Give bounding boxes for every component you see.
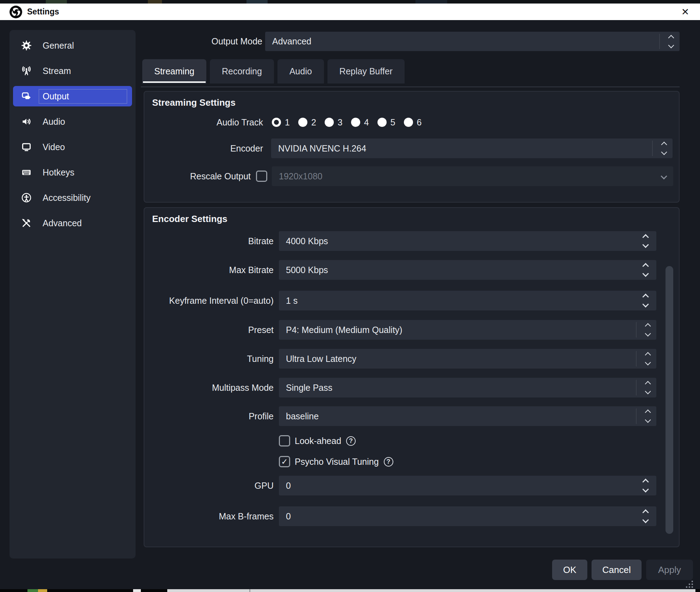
sidebar-item-accessibility[interactable]: Accessibility	[10, 185, 136, 210]
sidebar-item-label: Audio	[39, 115, 127, 129]
max-bitrate-spinbox[interactable]: 5000 Kbps	[279, 260, 656, 280]
sidebar-item-stream[interactable]: Stream	[10, 58, 136, 84]
spin-down-icon[interactable]	[642, 517, 649, 523]
max-bitrate-value: 5000 Kbps	[286, 265, 328, 275]
profile-select[interactable]: baseline	[279, 406, 656, 426]
spin-up-icon[interactable]	[642, 263, 649, 269]
combo-separator	[652, 141, 653, 156]
radio-icon[interactable]	[351, 118, 360, 127]
tuning-select[interactable]: Ultra Low Latency	[279, 349, 656, 369]
tab-recording[interactable]: Recording	[210, 59, 274, 84]
radio-selected-icon[interactable]	[272, 118, 281, 127]
preset-value: P4: Medium (Medium Quality)	[286, 325, 402, 335]
rescale-output-checkbox[interactable]	[256, 171, 267, 182]
help-icon[interactable]: ?	[384, 457, 393, 467]
bitrate-spinbox[interactable]: 4000 Kbps	[279, 231, 656, 251]
gpu-spinbox[interactable]: 0	[279, 476, 656, 495]
sidebar-item-hotkeys[interactable]: Hotkeys	[10, 160, 136, 185]
antenna-icon	[21, 65, 32, 76]
multipass-mode-value: Single Pass	[286, 383, 332, 393]
tuning-row: Tuning Ultra Low Latency	[144, 349, 679, 369]
profile-row: Profile baseline	[144, 406, 679, 426]
audio-track-option-3[interactable]: 3	[325, 117, 343, 128]
accessibility-icon	[21, 192, 32, 203]
gpu-label: GPU	[144, 481, 274, 491]
max-bframes-spinbox[interactable]: 0	[279, 506, 656, 526]
spin-up-icon[interactable]	[642, 234, 649, 240]
output-mode-select[interactable]: Advanced	[265, 32, 680, 51]
multipass-mode-select[interactable]: Single Pass	[279, 378, 656, 397]
audio-track-option-1[interactable]: 1	[272, 117, 290, 128]
spin-down-icon[interactable]	[642, 486, 649, 492]
sidebar-item-general[interactable]: General	[10, 33, 136, 58]
radio-icon[interactable]	[404, 118, 413, 127]
max-bframes-row: Max B-frames 0	[144, 506, 679, 526]
sidebar-item-label: General	[39, 38, 127, 53]
help-icon[interactable]: ?	[346, 436, 356, 446]
desktop-behind-top	[0, 0, 700, 4]
look-ahead-row: Look-ahead ?	[279, 434, 356, 447]
encoder-label: Encoder	[144, 143, 263, 154]
vertical-scrollbar-thumb[interactable]	[665, 266, 673, 534]
sidebar-item-advanced[interactable]: Advanced	[10, 210, 136, 236]
tab-streaming[interactable]: Streaming	[142, 59, 206, 84]
output-mode-value: Advanced	[272, 36, 311, 46]
radio-icon[interactable]	[325, 118, 334, 127]
tab-label: Audio	[289, 66, 312, 76]
audio-track-option-2[interactable]: 2	[298, 117, 316, 128]
chevron-up-down-icon[interactable]	[646, 382, 650, 394]
streaming-settings-title: Streaming Settings	[152, 97, 236, 108]
psycho-visual-tuning-checkbox[interactable]: ✓	[279, 456, 290, 467]
ok-button[interactable]: OK	[552, 560, 587, 580]
tab-divider	[141, 86, 680, 87]
look-ahead-checkbox[interactable]	[279, 435, 290, 446]
tab-label: Streaming	[154, 66, 194, 76]
desktop-fragment	[148, 0, 162, 4]
radio-icon[interactable]	[298, 118, 307, 127]
taskbar-fragment	[133, 589, 141, 592]
spin-down-icon[interactable]	[642, 270, 649, 277]
encoder-select[interactable]: NVIDIA NVENC H.264	[271, 138, 673, 158]
spin-up-icon[interactable]	[642, 509, 649, 516]
encoder-settings-title: Encoder Settings	[152, 214, 227, 224]
cancel-button[interactable]: Cancel	[592, 560, 642, 580]
sidebar-item-video[interactable]: Video	[10, 134, 136, 160]
chevron-up-down-icon[interactable]	[646, 324, 650, 336]
keyframe-interval-spinbox[interactable]: 1 s	[279, 291, 656, 310]
desktop-fragment	[415, 0, 447, 4]
rescale-resolution-value: 1920x1080	[279, 171, 323, 181]
output-tabs: Streaming Recording Audio Replay Buffer	[142, 59, 405, 84]
spin-down-icon[interactable]	[642, 301, 649, 307]
sidebar-item-label: Output	[39, 89, 127, 104]
combo-separator	[636, 380, 637, 395]
chevron-up-down-icon[interactable]	[646, 353, 650, 365]
resize-grip[interactable]	[685, 580, 693, 588]
streaming-settings-group: Streaming Settings Audio Track 1 2 3 4 5…	[144, 91, 680, 203]
chevron-up-down-icon[interactable]	[669, 36, 673, 47]
sidebar-item-audio[interactable]: Audio	[10, 109, 136, 134]
radio-icon[interactable]	[377, 118, 387, 127]
sidebar-item-label: Accessibility	[39, 191, 127, 205]
apply-button[interactable]: Apply	[646, 560, 693, 580]
spin-down-icon[interactable]	[642, 241, 649, 248]
spin-up-icon[interactable]	[642, 479, 649, 485]
encoder-value: NVIDIA NVENC H.264	[278, 143, 366, 153]
chevron-up-down-icon[interactable]	[662, 143, 666, 154]
chevron-up-down-icon[interactable]	[646, 411, 650, 422]
rescale-output-label: Rescale Output	[144, 171, 251, 181]
rescale-resolution-select[interactable]: 1920x1080	[272, 166, 673, 186]
close-icon[interactable]: ✕	[678, 6, 692, 18]
combo-separator	[636, 351, 637, 366]
sidebar-item-output[interactable]: Output	[10, 84, 136, 109]
combo-separator	[659, 34, 660, 49]
max-bframes-label: Max B-frames	[144, 511, 274, 522]
preset-select[interactable]: P4: Medium (Medium Quality)	[279, 320, 656, 340]
audio-track-option-4[interactable]: 4	[351, 117, 369, 128]
tab-audio[interactable]: Audio	[277, 59, 324, 84]
sidebar: General Stream	[10, 30, 136, 559]
audio-track-option-6[interactable]: 6	[404, 117, 422, 128]
tab-replay-buffer[interactable]: Replay Buffer	[327, 59, 405, 84]
spin-up-icon[interactable]	[642, 294, 649, 300]
psycho-visual-tuning-label: Psycho Visual Tuning	[295, 457, 379, 467]
audio-track-option-5[interactable]: 5	[377, 117, 395, 128]
